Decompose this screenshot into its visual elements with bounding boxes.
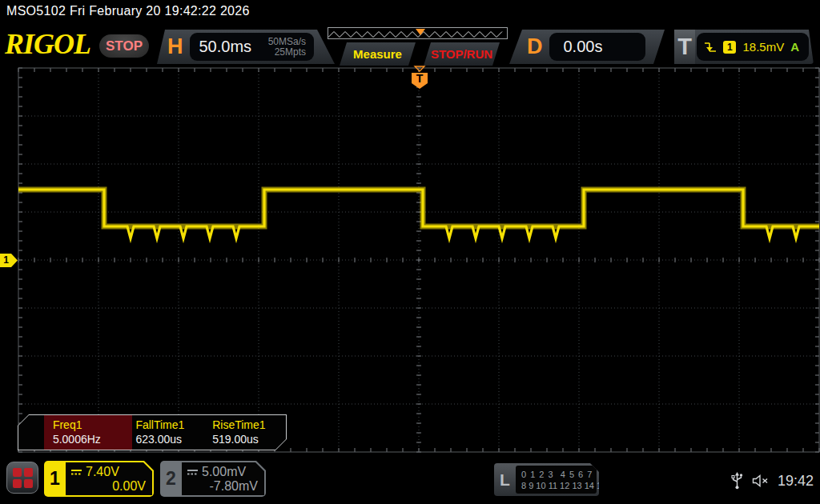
trigger-position-marker[interactable]: T: [412, 66, 428, 90]
logic-channels-box[interactable]: L 0 1 2 3 4 5 6 7 8 9 10 11 12 13 14 15: [494, 463, 599, 496]
channel1-offset: 0.00V: [70, 479, 146, 494]
measurement-value: 519.00us: [212, 433, 286, 446]
channel2-scale: 5.00mV: [202, 465, 246, 479]
measurement-value: 5.0006Hz: [53, 433, 133, 446]
logic-channels-row1: 0 1 2 3 4 5 6 7: [521, 469, 597, 480]
logic-label: L: [494, 463, 516, 496]
quick-menu-button[interactable]: [6, 462, 38, 494]
measurement-label: RiseTime1: [212, 418, 286, 432]
channel1-status-box[interactable]: 1 7.40V 0.00V: [44, 461, 154, 497]
dc-coupling-icon: [187, 468, 199, 476]
measurement-value: 623.00us: [135, 433, 209, 446]
channel2-status-box[interactable]: 2 5.00mV -7.80mV: [160, 461, 266, 497]
measurement-panel[interactable]: Freq1 5.0006Hz FallTime1 623.00us RiseTi…: [18, 414, 287, 450]
channel2-number: 2: [160, 461, 182, 497]
oscilloscope-screen: MSO5102 Fri February 20 19:42:22 2026 RI…: [0, 0, 820, 504]
dc-coupling-icon: [70, 468, 82, 476]
clock-time: 19:42: [778, 473, 814, 490]
speaker-muted-icon[interactable]: [752, 474, 769, 487]
red-grid-icon: [13, 468, 32, 487]
status-icons: 19:42: [731, 458, 814, 504]
trigger-top-arrow-icon: [415, 66, 424, 71]
measurement-label: Freq1: [53, 418, 133, 432]
measurement-item-risetime1: RiseTime1 519.00us: [209, 415, 286, 450]
measurement-item-falltime1: FallTime1 623.00us: [132, 415, 209, 450]
grid: [18, 68, 819, 452]
logic-channels-row2: 8 9 10 11 12 13 14 15: [521, 480, 597, 491]
measurement-item-freq1: Freq1 5.0006Hz: [44, 415, 133, 450]
measurement-label: FallTime1: [135, 418, 209, 432]
bottom-status-bar: 1 7.40V 0.00V 2: [0, 458, 820, 504]
channel1-scale: 7.40V: [86, 465, 119, 479]
channel1-number: 1: [44, 461, 66, 497]
svg-text:T: T: [416, 72, 424, 85]
channel2-offset: -7.80mV: [187, 479, 258, 494]
usb-icon: [731, 472, 743, 490]
